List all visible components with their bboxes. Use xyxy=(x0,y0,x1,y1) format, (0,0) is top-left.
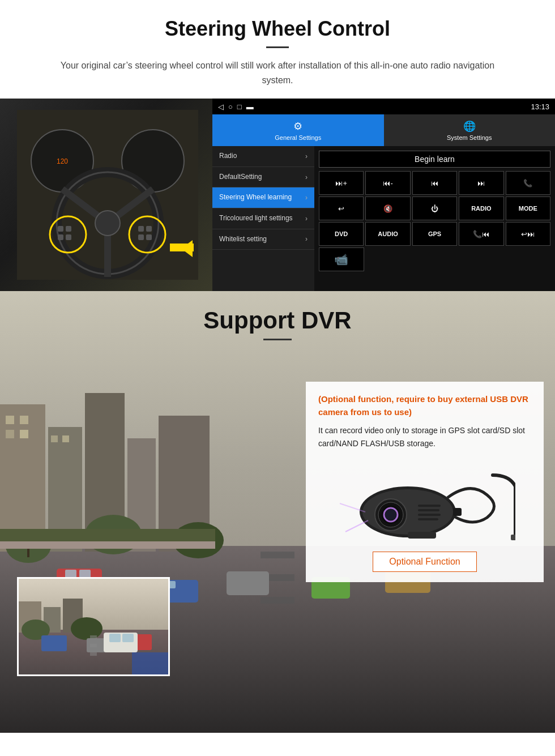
svg-rect-26 xyxy=(261,597,294,604)
menu-default-label: DefaultSetting xyxy=(219,173,262,182)
menu-item-steering-wheel[interactable]: Steering Wheel learning › xyxy=(212,187,314,208)
gps-button[interactable]: GPS xyxy=(412,222,457,246)
prev-track-button[interactable]: ⏮ xyxy=(412,171,457,195)
svg-point-9 xyxy=(95,211,120,236)
menu-item-tricoloured[interactable]: Tricoloured light settings › xyxy=(212,208,314,229)
mode-button[interactable]: MODE xyxy=(506,197,550,220)
svg-rect-18 xyxy=(138,234,144,240)
menu-icon: ▬ xyxy=(246,102,254,111)
svg-rect-16 xyxy=(138,226,144,232)
svg-rect-19 xyxy=(146,234,152,240)
dvr-preview-image xyxy=(17,577,170,676)
ctrl-row-4: 📹 xyxy=(319,247,550,271)
ctrl-row-3: DVD AUDIO GPS 📞⏮ ↩⏭ xyxy=(319,222,550,246)
steering-subtitle: Your original car’s steering wheel contr… xyxy=(45,58,510,87)
arrow-icon: › xyxy=(305,235,308,243)
menu-steering-label: Steering Wheel learning xyxy=(219,193,292,202)
back-icon: ◁ xyxy=(218,102,224,111)
svg-rect-33 xyxy=(20,416,28,424)
dvr-title-divider xyxy=(263,339,292,340)
mute-button[interactable]: 🔇 xyxy=(365,197,410,220)
svg-rect-21 xyxy=(170,244,194,251)
svg-rect-14 xyxy=(58,234,63,240)
dvr-preview-svg xyxy=(19,579,168,674)
menu-item-whitelist[interactable]: Whitelist setting › xyxy=(212,229,314,250)
tab-system-label: System Settings xyxy=(447,134,492,141)
svg-rect-35 xyxy=(20,430,28,438)
tab-general-label: General Settings xyxy=(275,134,321,141)
svg-text:120: 120 xyxy=(57,157,68,165)
dvr-button[interactable]: 📹 xyxy=(319,247,364,271)
svg-rect-66 xyxy=(90,644,97,647)
menu-item-default-setting[interactable]: DefaultSetting › xyxy=(212,167,314,188)
recents-icon: □ xyxy=(237,102,242,111)
menu-whitelist-label: Whitelist setting xyxy=(219,235,267,244)
tab-general-settings[interactable]: ⚙ General Settings xyxy=(212,114,384,146)
dvr-section: Support DVR xyxy=(0,291,555,733)
dvr-description: It can record video only to storage in G… xyxy=(318,424,531,450)
next-track-button[interactable]: ⏭ xyxy=(459,171,503,195)
svg-rect-17 xyxy=(146,226,152,232)
home-icon: ○ xyxy=(228,102,233,111)
dvr-title: Support DVR xyxy=(0,307,555,334)
vol-up-button[interactable]: ⏭+ xyxy=(319,171,364,195)
svg-rect-24 xyxy=(261,552,294,558)
svg-point-75 xyxy=(385,509,396,520)
phone-prev-button[interactable]: 📞⏮ xyxy=(459,222,503,246)
menu-item-radio[interactable]: Radio › xyxy=(212,146,314,167)
dvr-optional-text: (Optional function, require to buy exter… xyxy=(318,393,531,418)
dvr-info-card: (Optional function, require to buy exter… xyxy=(306,382,544,582)
svg-rect-64 xyxy=(122,634,134,642)
audio-button[interactable]: AUDIO xyxy=(365,222,410,246)
steering-demo-panel: 120 xyxy=(0,99,555,291)
phone-next-button[interactable]: ↩⏭ xyxy=(506,222,550,246)
svg-rect-34 xyxy=(6,430,14,438)
dvr-camera-svg xyxy=(334,464,515,543)
power-button[interactable]: ⏻ xyxy=(412,197,457,220)
svg-rect-80 xyxy=(418,518,438,520)
arrow-icon: › xyxy=(305,173,308,181)
steering-wheel-svg: 120 xyxy=(17,110,198,280)
steering-section: Steering Wheel Control Your original car… xyxy=(0,0,555,87)
menu-tricoloured-label: Tricoloured light settings xyxy=(219,214,293,223)
svg-point-58 xyxy=(71,617,103,640)
svg-rect-77 xyxy=(418,505,441,507)
svg-rect-81 xyxy=(453,508,462,516)
arrow-icon: › xyxy=(305,215,308,223)
svg-rect-50 xyxy=(0,540,215,549)
steering-title: Steering Wheel Control xyxy=(23,17,532,41)
optional-function-container: Optional Function xyxy=(318,552,531,572)
arrow-icon: › xyxy=(305,152,308,160)
vol-down-button[interactable]: ⏮- xyxy=(365,171,410,195)
globe-icon: 🌐 xyxy=(463,120,476,133)
steering-controls: Begin learn ⏭+ ⏮- ⏮ ⏭ 📞 ↩ 🔇 ⏻ RADIO MODE xyxy=(314,146,555,291)
gear-icon: ⚙ xyxy=(293,120,302,133)
dvr-product-image xyxy=(318,458,531,543)
begin-learn-row: Begin learn xyxy=(319,151,550,168)
phone-button[interactable]: 📞 xyxy=(506,171,550,195)
svg-rect-78 xyxy=(418,509,439,511)
dvr-preview-inner xyxy=(19,579,168,674)
arrow-icon: › xyxy=(305,194,308,202)
settings-tabs: ⚙ General Settings 🌐 System Settings xyxy=(212,114,555,146)
ui-content: Radio › DefaultSetting › Steering Wheel … xyxy=(212,146,555,291)
steering-ui-panel: ◁ ○ □ ▬ 13:13 ⚙ General Settings 🌐 Syste… xyxy=(212,99,555,291)
optional-function-button[interactable]: Optional Function xyxy=(373,552,476,572)
svg-rect-68 xyxy=(132,652,168,674)
settings-menu: Radio › DefaultSetting › Steering Wheel … xyxy=(212,146,314,291)
hang-up-button[interactable]: ↩ xyxy=(319,197,364,220)
svg-rect-51 xyxy=(0,529,215,541)
status-bar: ◁ ○ □ ▬ 13:13 xyxy=(212,99,555,114)
svg-rect-69 xyxy=(511,535,515,540)
radio-button[interactable]: RADIO xyxy=(459,197,503,220)
svg-rect-32 xyxy=(6,416,14,424)
steering-wheel-image: 120 xyxy=(0,99,212,291)
ctrl-row-1: ⏭+ ⏮- ⏮ ⏭ 📞 xyxy=(319,171,550,195)
svg-rect-13 xyxy=(66,226,71,232)
begin-learn-button[interactable]: Begin learn xyxy=(319,151,550,168)
dvd-button[interactable]: DVD xyxy=(319,222,364,246)
svg-rect-67 xyxy=(90,652,97,656)
svg-rect-37 xyxy=(62,435,69,442)
tab-system-settings[interactable]: 🌐 System Settings xyxy=(384,114,556,146)
svg-rect-59 xyxy=(41,635,67,651)
